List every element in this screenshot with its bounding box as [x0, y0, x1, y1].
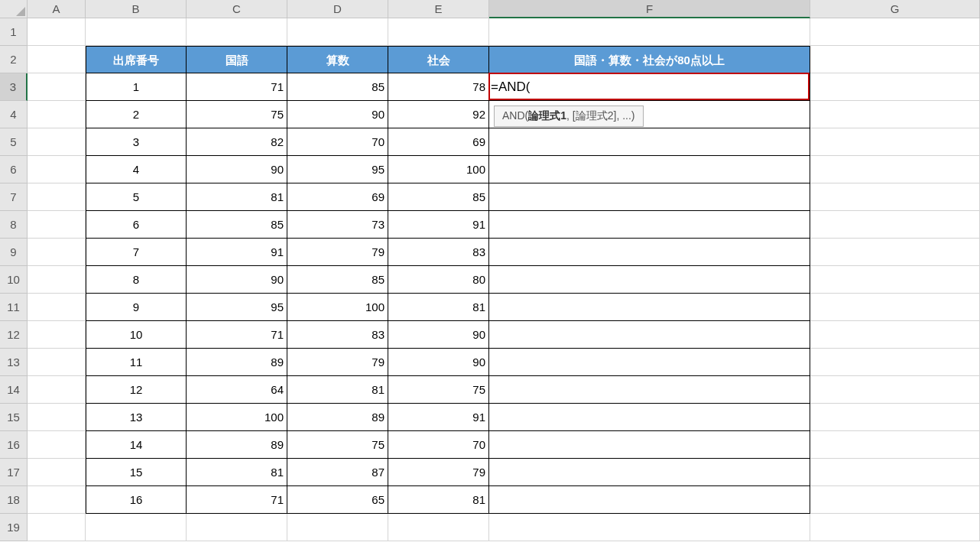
cell-D4[interactable]: 90: [287, 101, 388, 128]
row-header-19[interactable]: 19: [0, 514, 28, 541]
column-header-G[interactable]: G: [810, 0, 980, 18]
cell-B12[interactable]: 10: [86, 321, 187, 349]
cell-A2[interactable]: [28, 46, 86, 73]
cell-B11[interactable]: 9: [86, 294, 187, 321]
cell-E5[interactable]: 69: [388, 128, 489, 156]
cell-G9[interactable]: [810, 239, 980, 266]
cell-D1[interactable]: [287, 18, 388, 46]
cell-G7[interactable]: [810, 183, 980, 211]
cell-B8[interactable]: 6: [86, 211, 187, 239]
cell-C9[interactable]: 91: [187, 239, 287, 266]
cell-B5[interactable]: 3: [86, 128, 187, 156]
cell-E7[interactable]: 85: [388, 183, 489, 211]
cell-C2[interactable]: 国語: [187, 46, 287, 73]
cell-B10[interactable]: 8: [86, 266, 187, 294]
cell-A6[interactable]: [28, 156, 86, 183]
row-header-6[interactable]: 6: [0, 156, 28, 183]
cell-F3[interactable]: =AND(: [489, 73, 810, 101]
cell-F17[interactable]: [489, 459, 810, 486]
cell-F7[interactable]: [489, 183, 810, 211]
cell-E18[interactable]: 81: [388, 486, 489, 514]
cell-A13[interactable]: [28, 349, 86, 376]
cell-D18[interactable]: 65: [287, 486, 388, 514]
cell-G15[interactable]: [810, 404, 980, 431]
cell-E3[interactable]: 78: [388, 73, 489, 101]
cell-C1[interactable]: [187, 18, 287, 46]
cell-F14[interactable]: [489, 376, 810, 404]
cell-A19[interactable]: [28, 514, 86, 541]
cell-F1[interactable]: [489, 18, 810, 46]
cell-D11[interactable]: 100: [287, 294, 388, 321]
row-header-4[interactable]: 4: [0, 101, 28, 128]
row-header-3[interactable]: 3: [0, 73, 28, 101]
cell-E1[interactable]: [388, 18, 489, 46]
cell-F13[interactable]: [489, 349, 810, 376]
cell-E12[interactable]: 90: [388, 321, 489, 349]
cell-G5[interactable]: [810, 128, 980, 156]
cell-B15[interactable]: 13: [86, 404, 187, 431]
cell-G3[interactable]: [810, 73, 980, 101]
cell-C15[interactable]: 100: [187, 404, 287, 431]
cell-D13[interactable]: 79: [287, 349, 388, 376]
row-header-11[interactable]: 11: [0, 294, 28, 321]
cell-B6[interactable]: 4: [86, 156, 187, 183]
column-header-B[interactable]: B: [86, 0, 187, 18]
cell-D9[interactable]: 79: [287, 239, 388, 266]
cell-D19[interactable]: [287, 514, 388, 541]
cell-F15[interactable]: [489, 404, 810, 431]
cell-E15[interactable]: 91: [388, 404, 489, 431]
cell-E14[interactable]: 75: [388, 376, 489, 404]
select-all-corner[interactable]: [0, 0, 28, 18]
cell-A1[interactable]: [28, 18, 86, 46]
cell-B17[interactable]: 15: [86, 459, 187, 486]
cell-G1[interactable]: [810, 18, 980, 46]
cell-B9[interactable]: 7: [86, 239, 187, 266]
cell-A10[interactable]: [28, 266, 86, 294]
cell-E16[interactable]: 70: [388, 431, 489, 459]
cell-B14[interactable]: 12: [86, 376, 187, 404]
cell-C11[interactable]: 95: [187, 294, 287, 321]
cell-D14[interactable]: 81: [287, 376, 388, 404]
cell-D12[interactable]: 83: [287, 321, 388, 349]
column-header-E[interactable]: E: [388, 0, 489, 18]
column-header-F[interactable]: F: [489, 0, 810, 18]
cell-E10[interactable]: 80: [388, 266, 489, 294]
row-header-9[interactable]: 9: [0, 239, 28, 266]
cell-A9[interactable]: [28, 239, 86, 266]
cell-F11[interactable]: [489, 294, 810, 321]
cell-G19[interactable]: [810, 514, 980, 541]
cell-E9[interactable]: 83: [388, 239, 489, 266]
cell-A3[interactable]: [28, 73, 86, 101]
cell-D15[interactable]: 89: [287, 404, 388, 431]
row-header-17[interactable]: 17: [0, 459, 28, 486]
cell-C17[interactable]: 81: [187, 459, 287, 486]
cell-A8[interactable]: [28, 211, 86, 239]
cell-B18[interactable]: 16: [86, 486, 187, 514]
column-header-C[interactable]: C: [187, 0, 287, 18]
cell-D6[interactable]: 95: [287, 156, 388, 183]
cell-C13[interactable]: 89: [187, 349, 287, 376]
cell-A18[interactable]: [28, 486, 86, 514]
cell-B13[interactable]: 11: [86, 349, 187, 376]
cell-B1[interactable]: [86, 18, 187, 46]
cell-A11[interactable]: [28, 294, 86, 321]
cell-A14[interactable]: [28, 376, 86, 404]
row-header-1[interactable]: 1: [0, 18, 28, 46]
cell-G18[interactable]: [810, 486, 980, 514]
cell-B3[interactable]: 1: [86, 73, 187, 101]
cell-D2[interactable]: 算数: [287, 46, 388, 73]
row-header-5[interactable]: 5: [0, 128, 28, 156]
row-header-12[interactable]: 12: [0, 321, 28, 349]
cell-C5[interactable]: 82: [187, 128, 287, 156]
cell-D3[interactable]: 85: [287, 73, 388, 101]
cell-F10[interactable]: [489, 266, 810, 294]
cell-G17[interactable]: [810, 459, 980, 486]
cell-E4[interactable]: 92: [388, 101, 489, 128]
cell-G11[interactable]: [810, 294, 980, 321]
row-header-18[interactable]: 18: [0, 486, 28, 514]
cell-C6[interactable]: 90: [187, 156, 287, 183]
cell-G4[interactable]: [810, 101, 980, 128]
cell-F12[interactable]: [489, 321, 810, 349]
cell-A5[interactable]: [28, 128, 86, 156]
spreadsheet-grid[interactable]: ABCDEFG 12出席番号国語算数社会国語・算数・社会が80点以上317185…: [0, 0, 980, 552]
